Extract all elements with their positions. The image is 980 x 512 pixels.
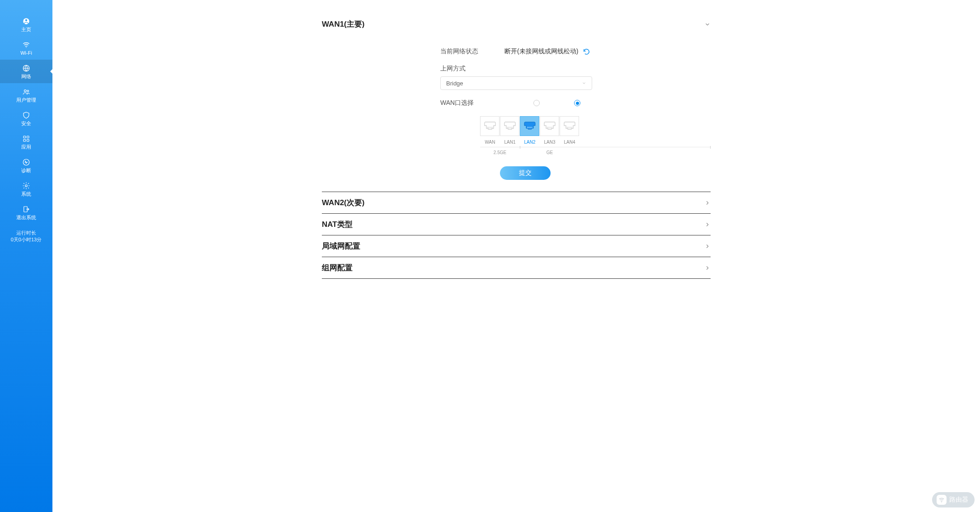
nav-users[interactable]: 用户管理 <box>0 83 52 107</box>
svg-point-2 <box>26 47 27 48</box>
svg-point-11 <box>25 184 28 187</box>
mode-select[interactable]: Bridge <box>440 76 592 90</box>
grid-icon <box>22 135 31 143</box>
ethernet-port-icon <box>523 121 536 131</box>
users-icon <box>22 88 31 96</box>
svg-rect-8 <box>24 139 26 141</box>
port-label-lan2: LAN2 <box>520 140 540 145</box>
svg-point-4 <box>24 89 27 92</box>
ethernet-port-icon <box>543 121 556 131</box>
watermark: 路由器 <box>932 492 975 507</box>
nav-apps[interactable]: 应用 <box>0 130 52 154</box>
refresh-icon[interactable] <box>583 48 590 56</box>
section-mesh-header[interactable]: 组网配置 <box>322 263 711 273</box>
mode-label: 上网方式 <box>440 65 504 73</box>
svg-point-5 <box>27 90 29 92</box>
nav-apps-label: 应用 <box>21 145 31 150</box>
watermark-text: 路由器 <box>949 496 968 504</box>
nav-network[interactable]: 网络 <box>0 60 52 83</box>
chevron-right-icon <box>704 265 711 271</box>
svg-point-1 <box>25 19 28 21</box>
user-circle-icon <box>22 17 31 25</box>
sidebar-uptime: 运行时长 0天0小时13分 <box>0 230 52 244</box>
port-label-lan3: LAN3 <box>540 140 560 145</box>
port-diagram: WAN LAN1 LAN2 LAN3 LAN4 2.5GE GE <box>480 116 711 155</box>
chevron-right-icon <box>704 243 711 249</box>
nav-diagnostics-label: 诊断 <box>21 168 31 173</box>
port-select-label: WAN口选择 <box>440 99 485 107</box>
speed-ge-label: GE <box>520 147 580 155</box>
section-wan1-header[interactable]: WAN1(主要) <box>322 19 711 29</box>
svg-point-13 <box>941 502 942 503</box>
section-wan2-header[interactable]: WAN2(次要) <box>322 197 711 208</box>
port-label-lan4: LAN4 <box>560 140 580 145</box>
nav-system[interactable]: 系统 <box>0 177 52 201</box>
chevron-right-icon <box>704 200 711 206</box>
svg-point-10 <box>23 159 29 165</box>
nav-system-label: 系统 <box>21 192 31 197</box>
nav-home-label: 主页 <box>21 27 31 32</box>
wan1-body: 当前网络状态 断开(未接网线或网线松动) 上网方式 Bridge WAN口选择 <box>322 35 711 192</box>
globe-icon <box>22 64 31 72</box>
port-lan4[interactable] <box>560 116 579 136</box>
pulse-icon <box>22 158 31 166</box>
gear-icon <box>22 182 31 190</box>
uptime-value: 0天0小时13分 <box>2 236 51 243</box>
ethernet-port-icon <box>504 121 516 131</box>
section-lan-header[interactable]: 局域网配置 <box>322 241 711 251</box>
nav-diagnostics[interactable]: 诊断 <box>0 154 52 177</box>
ethernet-port-icon <box>563 121 576 131</box>
nav-logout[interactable]: 退出系统 <box>0 201 52 224</box>
speed-25ge-label: 2.5GE <box>480 147 520 155</box>
port-lan2[interactable] <box>520 116 539 136</box>
shield-icon <box>22 111 31 119</box>
uptime-label: 运行时长 <box>2 230 51 236</box>
port-lan3[interactable] <box>540 116 559 136</box>
logout-icon <box>22 205 31 213</box>
ethernet-port-icon <box>484 121 496 131</box>
section-nat-title: NAT类型 <box>322 219 353 230</box>
main-content: WAN1(主要) 当前网络状态 断开(未接网线或网线松动) 上网方式 Bridg… <box>52 0 980 512</box>
nav-security-label: 安全 <box>21 121 31 126</box>
section-wan1-title: WAN1(主要) <box>322 19 364 29</box>
status-label: 当前网络状态 <box>440 47 504 56</box>
port-radio-1[interactable] <box>533 100 540 106</box>
nav-wifi-label: Wi-Fi <box>20 51 32 56</box>
router-icon <box>937 495 947 505</box>
port-label-lan1: LAN1 <box>500 140 520 145</box>
svg-rect-9 <box>27 139 29 141</box>
chevron-down-icon <box>582 81 586 85</box>
port-radio-2[interactable] <box>574 100 580 106</box>
section-mesh-title: 组网配置 <box>322 263 353 273</box>
chevron-down-icon <box>704 21 711 28</box>
nav-network-label: 网络 <box>21 74 31 79</box>
nav-home[interactable]: 主页 <box>0 13 52 36</box>
mode-value: Bridge <box>446 80 463 87</box>
svg-rect-6 <box>24 136 26 138</box>
svg-rect-7 <box>27 136 29 138</box>
nav-users-label: 用户管理 <box>16 98 36 103</box>
section-lan-title: 局域网配置 <box>322 241 360 251</box>
nav-logout-label: 退出系统 <box>16 215 36 220</box>
sidebar: 主页 Wi-Fi 网络 用户管理 安全 应用 诊断 <box>0 0 52 512</box>
nav-security[interactable]: 安全 <box>0 107 52 130</box>
port-label-wan: WAN <box>480 140 500 145</box>
submit-button[interactable]: 提交 <box>500 166 551 180</box>
section-nat-header[interactable]: NAT类型 <box>322 219 711 230</box>
nav-wifi[interactable]: Wi-Fi <box>0 36 52 60</box>
wifi-icon <box>22 41 31 49</box>
port-lan1[interactable] <box>500 116 519 136</box>
section-wan2-title: WAN2(次要) <box>322 197 364 208</box>
status-value: 断开(未接网线或网线松动) <box>504 47 578 56</box>
chevron-right-icon <box>704 221 711 228</box>
port-wan[interactable] <box>480 116 499 136</box>
